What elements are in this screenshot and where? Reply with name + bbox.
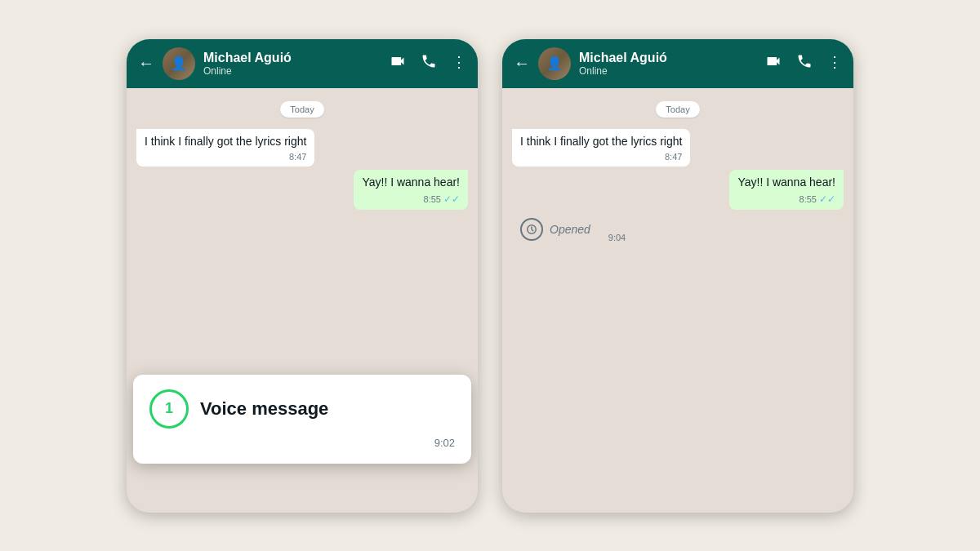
message-text-sent-right-1: Yay!! I wanna hear!: [737, 175, 835, 191]
message-text-right-1: I think I finally got the lyrics right: [520, 134, 682, 150]
contact-name-left: Michael Aguió: [203, 51, 381, 65]
contact-name-right: Michael Aguió: [579, 51, 757, 65]
message-sent-left-1: Yay!! I wanna hear! 8:55 ✓✓: [354, 170, 468, 209]
date-badge-right: Today: [656, 101, 699, 118]
contact-status-left: Online: [203, 65, 381, 77]
more-options-icon-left[interactable]: ⋮: [452, 53, 466, 73]
voice-icon-circle: 1: [149, 389, 189, 429]
message-time-sent-right-1: 8:55: [800, 193, 817, 206]
message-text-sent-left-1: Yay!! I wanna hear!: [362, 175, 460, 191]
tick-icon-left-1: ✓✓: [443, 193, 460, 207]
message-time-sent-left-1: 8:55: [424, 193, 441, 206]
chat-header-left: ← 👤 Michael Aguió Online ⋮: [127, 39, 478, 88]
video-call-icon-right[interactable]: [765, 53, 782, 73]
back-button-left[interactable]: ←: [138, 54, 154, 73]
contact-info-left: Michael Aguió Online: [203, 51, 381, 77]
header-icons-right: ⋮: [765, 53, 842, 73]
more-options-icon-right[interactable]: ⋮: [827, 53, 842, 73]
message-time-left-1: 8:47: [289, 151, 306, 163]
message-received-left-1: I think I finally got the lyrics right 8…: [136, 129, 314, 167]
phone-call-icon-right[interactable]: [796, 53, 813, 73]
phone-left: ← 👤 Michael Aguió Online ⋮ Today I think…: [127, 39, 478, 513]
contact-status-right: Online: [579, 65, 757, 77]
phone-call-icon-left[interactable]: [421, 53, 437, 73]
message-text-left-1: I think I finally got the lyrics right: [145, 134, 306, 150]
message-sent-right-1: Yay!! I wanna hear! 8:55 ✓✓: [729, 170, 844, 209]
opened-time: 9:04: [608, 233, 626, 242]
contact-info-right: Michael Aguió Online: [579, 51, 757, 77]
tick-icon-right-1: ✓✓: [819, 193, 835, 207]
phone-right: ← 👤 Michael Aguió Online ⋮ Today I think…: [502, 39, 853, 513]
opened-text: Opened: [550, 223, 590, 236]
date-badge-left: Today: [280, 101, 323, 118]
back-button-right[interactable]: ←: [514, 54, 530, 73]
chat-body-right: Today I think I finally got the lyrics r…: [502, 88, 853, 513]
avatar-left: 👤: [163, 47, 195, 80]
video-call-icon-left[interactable]: [390, 53, 406, 73]
header-icons-left: ⋮: [390, 53, 466, 73]
message-time-right-1: 8:47: [665, 151, 682, 163]
voice-time: 9:02: [434, 437, 455, 449]
opened-status: Opened: [512, 213, 599, 246]
voice-notification[interactable]: 1 Voice message 9:02: [133, 375, 471, 464]
opened-status-row: Opened 9:04: [512, 213, 844, 246]
avatar-right: 👤: [538, 47, 571, 80]
opened-icon: [520, 218, 543, 241]
voice-number: 1: [165, 400, 173, 417]
chat-header-right: ← 👤 Michael Aguió Online ⋮: [502, 39, 853, 88]
message-received-right-1: I think I finally got the lyrics right 8…: [512, 129, 690, 167]
voice-label: Voice message: [200, 398, 328, 420]
